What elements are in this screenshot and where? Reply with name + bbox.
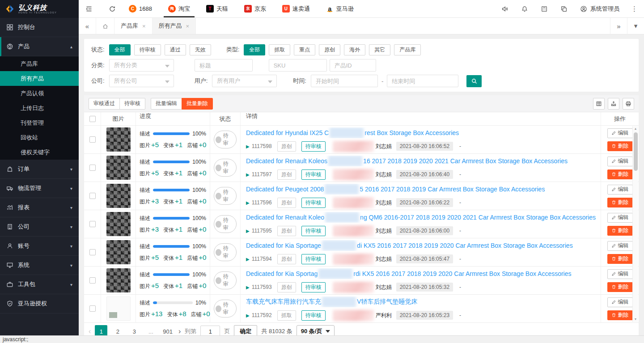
- row-checkbox[interactable]: [89, 165, 96, 171]
- type-filter-overseas[interactable]: 海外: [344, 44, 365, 55]
- bell-icon[interactable]: [521, 5, 529, 13]
- sidebar-item-product-claim[interactable]: 产品认领: [0, 86, 79, 101]
- export-icon[interactable]: [608, 98, 619, 110]
- scroll-down-icon[interactable]: ▾: [635, 317, 636, 322]
- scroll-up-icon[interactable]: ▴: [635, 126, 636, 131]
- set-pending-button[interactable]: 待审核: [119, 98, 145, 110]
- more-menu-icon[interactable]: ⋮: [631, 5, 638, 13]
- company-select[interactable]: 所有公司: [109, 75, 174, 87]
- sidebar-item-recycle-bin[interactable]: 回收站: [0, 130, 79, 145]
- tabs-scroll-right-icon[interactable]: »: [610, 18, 627, 34]
- sidebar-item-logistics[interactable]: 物流管理 ▾: [0, 179, 79, 198]
- delete-button[interactable]: 删除: [607, 169, 633, 179]
- tabs-menu-icon[interactable]: ▾: [627, 18, 644, 34]
- print-icon[interactable]: [623, 98, 634, 110]
- edit-button[interactable]: 编辑: [607, 213, 633, 223]
- select-all-checkbox[interactable]: [89, 116, 96, 122]
- tab-product-library[interactable]: 产品库 ×: [114, 18, 153, 34]
- product-id-input[interactable]: [330, 59, 376, 72]
- delete-button[interactable]: 删除: [607, 226, 633, 236]
- edit-button[interactable]: 编辑: [607, 128, 633, 138]
- platform-tab-aliexpress[interactable]: U 速卖通: [274, 0, 318, 17]
- platform-tab-jd[interactable]: 京 京东: [236, 0, 274, 17]
- product-image[interactable]: [106, 268, 131, 292]
- sidebar-item-product-library[interactable]: 产品库: [0, 56, 79, 71]
- edit-button[interactable]: 编辑: [607, 185, 633, 195]
- sidebar-item-all-products[interactable]: 所有产品: [0, 71, 79, 86]
- sidebar-item-company[interactable]: 公司 ▾: [0, 217, 79, 237]
- review-status-toggle[interactable]: 待审: [214, 271, 237, 289]
- clone-icon[interactable]: [560, 5, 568, 13]
- delete-button[interactable]: 删除: [607, 198, 633, 207]
- sidebar-item-upload-log[interactable]: 上传日志: [0, 101, 79, 115]
- prev-page-icon[interactable]: ‹: [89, 327, 91, 335]
- review-status-toggle[interactable]: 待审: [214, 187, 237, 205]
- sidebar-item-listing-management[interactable]: 刊登管理: [0, 115, 79, 130]
- status-filter-invalid[interactable]: 无效: [190, 44, 211, 55]
- row-checkbox[interactable]: [89, 249, 96, 255]
- category-select[interactable]: 所有分类: [109, 59, 174, 72]
- product-image[interactable]: [106, 212, 131, 236]
- review-status-toggle[interactable]: 待审: [214, 215, 237, 233]
- sidebar-item-product[interactable]: 产品 ▴: [0, 37, 79, 56]
- review-status-toggle[interactable]: 待审: [214, 131, 237, 148]
- refresh-icon[interactable]: [108, 5, 116, 13]
- columns-filter-icon[interactable]: [593, 98, 605, 110]
- edit-button[interactable]: 编辑: [607, 269, 633, 279]
- product-image[interactable]: [106, 240, 131, 264]
- sidebar-item-orders[interactable]: 订单 ▾: [0, 160, 79, 179]
- product-title-link[interactable]: Dedicated for Kia Sportag rdi KX5 2016 2…: [246, 268, 572, 279]
- play-icon[interactable]: ▶: [246, 172, 250, 177]
- product-title-link[interactable]: Dedicated for Renault Koleo ng QM6 2016-…: [246, 212, 596, 223]
- row-checkbox[interactable]: [89, 277, 96, 284]
- search-button[interactable]: [466, 75, 482, 87]
- edit-button[interactable]: 编辑: [607, 297, 633, 307]
- edit-button[interactable]: 编辑: [607, 241, 633, 251]
- product-image[interactable]: [106, 184, 131, 208]
- collapse-sidebar-icon[interactable]: [85, 5, 93, 13]
- product-title-link[interactable]: Dedicated for Renault Koleos 16 2017 201…: [246, 156, 568, 166]
- platform-tab-amazon[interactable]: a 亚马逊: [318, 0, 362, 17]
- close-icon[interactable]: ×: [186, 23, 190, 30]
- table-scrollbar[interactable]: ▴ ▾: [632, 126, 638, 322]
- play-icon[interactable]: ▶: [246, 285, 250, 290]
- product-title-link[interactable]: Dedicated for Hyundai IX25 C rest Box St…: [246, 127, 459, 138]
- play-icon[interactable]: ▶: [246, 144, 250, 149]
- sidebar-item-accounts[interactable]: 账号 ▾: [0, 237, 79, 256]
- type-filter-scraped[interactable]: 抓取: [269, 44, 290, 55]
- type-filter-other[interactable]: 其它: [369, 44, 390, 55]
- next-page-icon[interactable]: ›: [178, 327, 181, 335]
- review-status-toggle[interactable]: 待审: [214, 159, 237, 177]
- user-select[interactable]: 所有用户: [212, 75, 277, 87]
- edit-button[interactable]: 编辑: [607, 157, 633, 166]
- type-filter-library[interactable]: 产品库: [394, 44, 421, 55]
- end-time-input[interactable]: [387, 75, 458, 87]
- scrollbar-thumb[interactable]: [634, 132, 638, 171]
- review-status-toggle[interactable]: 待审: [214, 243, 237, 261]
- platform-tab-tmall[interactable]: T 天猫: [198, 0, 236, 17]
- title-input[interactable]: [195, 59, 253, 72]
- sidebar-item-reports[interactable]: 报表 ▾: [0, 198, 79, 217]
- sku-input[interactable]: [269, 59, 327, 72]
- sidebar-item-amazon-auth[interactable]: 亚马逊授权: [0, 294, 79, 313]
- sidebar-item-toolkit[interactable]: 工具包 ▾: [0, 275, 79, 294]
- type-filter-key[interactable]: 重点: [294, 44, 315, 55]
- row-checkbox[interactable]: [89, 305, 96, 312]
- status-filter-approved[interactable]: 通过: [165, 44, 186, 55]
- delete-button[interactable]: 删除: [607, 254, 633, 264]
- product-title-link[interactable]: Dedicated for Kia Sportage di KX5 2016 2…: [246, 240, 573, 251]
- home-tab-icon[interactable]: [96, 18, 114, 34]
- batch-edit-button[interactable]: 批量编辑: [151, 98, 182, 110]
- delete-button[interactable]: 删除: [607, 141, 633, 151]
- status-filter-pending[interactable]: 待审核: [134, 44, 161, 55]
- play-icon[interactable]: ▶: [246, 257, 250, 262]
- user-menu[interactable]: 系统管理员: [580, 5, 619, 13]
- approve-button[interactable]: 审核通过: [89, 98, 120, 110]
- start-time-input[interactable]: [311, 75, 378, 87]
- product-image[interactable]: [106, 156, 131, 180]
- delete-button[interactable]: 删除: [607, 282, 633, 292]
- product-image[interactable]: [106, 127, 131, 152]
- play-icon[interactable]: ▶: [246, 313, 250, 318]
- product-title-link[interactable]: 车载充气床车用旅行汽车充 V轿车后排气垫睡觉床: [246, 296, 417, 307]
- type-filter-all[interactable]: 全部: [244, 44, 265, 55]
